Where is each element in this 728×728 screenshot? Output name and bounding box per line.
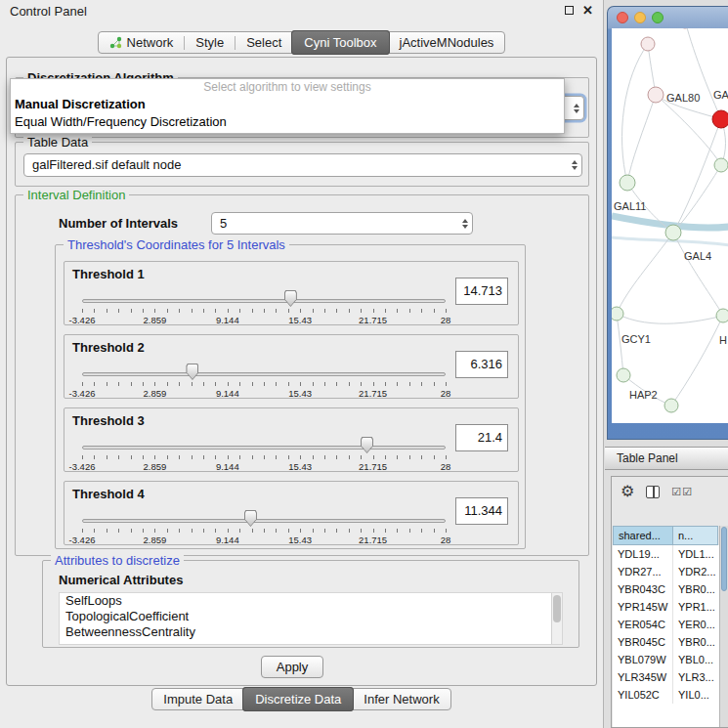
network-node[interactable]: [714, 158, 728, 172]
tab-network[interactable]: Network: [99, 31, 185, 54]
apply-button[interactable]: Apply: [261, 656, 323, 678]
tick-mark: [276, 382, 277, 386]
network-node[interactable]: [712, 110, 728, 128]
tick-mark: [288, 309, 289, 313]
tick-mark: [421, 529, 422, 533]
tick-mark: [409, 382, 410, 386]
list-scrollbar-thumb[interactable]: [553, 595, 561, 622]
scale-label: 2.859: [144, 535, 167, 545]
combo-spinner-icon: [462, 213, 468, 234]
tick-mark: [167, 455, 168, 459]
attribute-list-item[interactable]: SelfLoops: [60, 593, 562, 609]
column-header-1[interactable]: shared...: [613, 526, 673, 545]
network-node[interactable]: [641, 37, 655, 51]
attribute-list-item[interactable]: BetweennessCentrality: [60, 624, 562, 640]
tab-discretize-data[interactable]: Discretize Data: [242, 687, 354, 711]
algorithm-option[interactable]: Equal Width/Frequency Discretization: [11, 113, 564, 131]
threshold-slider[interactable]: -3.4262.8599.14415.4321.71528: [82, 285, 446, 324]
threshold-value-field[interactable]: 21.4: [455, 424, 508, 451]
tick-mark: [434, 455, 435, 459]
table-row[interactable]: YLR345WYLR3...: [613, 668, 719, 686]
table-row[interactable]: YER054CYER0...: [613, 616, 719, 633]
threshold-value-field[interactable]: 6.316: [455, 351, 508, 378]
select-checks-icon[interactable]: ☑☑: [671, 486, 693, 498]
interval-definition-group: Interval Definition Number of Intervals …: [15, 194, 589, 556]
tick-mark: [192, 529, 193, 533]
threshold-slider[interactable]: -3.4262.8599.14415.4321.71528: [82, 505, 446, 544]
zoom-traffic-icon[interactable]: [652, 12, 664, 23]
network-node[interactable]: [665, 225, 681, 240]
slider-track: [82, 372, 446, 376]
slider-thumb[interactable]: [186, 364, 198, 380]
slider-thumb[interactable]: [284, 290, 297, 307]
list-scrollbar[interactable]: [551, 593, 562, 644]
table-row[interactable]: YBL079WYBL0...: [613, 651, 719, 668]
scale-label: 9.144: [216, 315, 239, 325]
tab-cyni-toolbox[interactable]: Cyni Toolbox: [291, 30, 389, 55]
tick-mark: [203, 455, 204, 459]
table-scrollbar[interactable]: [719, 526, 728, 727]
threshold-label: Threshold 3: [72, 413, 145, 428]
network-node[interactable]: [612, 307, 623, 321]
threshold-value-field[interactable]: 11.344: [455, 497, 508, 525]
table-toolbar: ⚙ ☑☑: [612, 477, 728, 506]
network-canvas[interactable]: GAL80GAGAL11GAL4GCY1HHAP2: [612, 28, 728, 423]
tab-impute-data[interactable]: Impute Data: [152, 688, 243, 710]
tab-infer-network[interactable]: Infer Network: [353, 688, 450, 710]
columns-icon[interactable]: [646, 486, 660, 498]
slider-ticks: [82, 529, 446, 534]
settings-gear-icon[interactable]: ⚙: [621, 484, 634, 499]
network-node[interactable]: [716, 309, 728, 322]
table-row[interactable]: YDL19...YDL1...: [613, 545, 719, 563]
table-row[interactable]: YBR045CYBR0...: [613, 633, 719, 651]
table-data-combobox[interactable]: galFiltered.sif default node: [23, 153, 582, 177]
tick-mark: [421, 382, 422, 386]
tick-mark: [82, 455, 83, 459]
minimize-traffic-icon[interactable]: [634, 12, 646, 23]
tab-style[interactable]: Style: [185, 31, 235, 54]
network-node[interactable]: [617, 368, 630, 382]
tick-mark: [203, 309, 204, 313]
scale-label: 28: [441, 461, 451, 472]
table-row[interactable]: YDR27...YDR2...: [613, 563, 719, 580]
control-panel-titlebar[interactable]: Control Panel ✕: [0, 0, 603, 21]
tick-mark: [252, 309, 253, 313]
slider-thumb[interactable]: [361, 437, 373, 453]
scale-label: 28: [441, 535, 451, 545]
tab-select[interactable]: Select: [236, 31, 292, 54]
algorithm-option[interactable]: Manual Discretization: [11, 96, 564, 113]
threshold-slider[interactable]: -3.4262.8599.14415.4321.71528: [82, 432, 446, 471]
tick-mark: [215, 309, 216, 313]
threshold-value-field[interactable]: 14.713: [455, 278, 508, 305]
scale-label: 9.144: [216, 535, 239, 545]
network-view-window[interactable]: GAL80GAGAL11GAL4GCY1HHAP2: [607, 6, 728, 440]
tick-mark: [94, 529, 95, 533]
threshold-slider[interactable]: -3.4262.8599.14415.4321.71528: [82, 359, 446, 398]
close-traffic-icon[interactable]: [617, 12, 628, 23]
number-of-intervals-combobox[interactable]: 5: [211, 212, 473, 235]
attribute-list-item[interactable]: TopologicalCoefficient: [60, 609, 562, 624]
tick-mark: [385, 529, 386, 533]
network-node[interactable]: [648, 87, 664, 103]
network-node[interactable]: [620, 175, 635, 191]
tick-mark: [313, 529, 314, 533]
control-panel-window: Control Panel ✕ NetworkStyleSelectCyni T…: [0, 0, 604, 728]
tick-mark: [167, 529, 168, 533]
combo-spinner-icon: [574, 97, 579, 119]
slider-thumb[interactable]: [244, 510, 257, 527]
tick-mark: [336, 529, 337, 533]
float-window-icon[interactable]: [565, 6, 574, 15]
table-row[interactable]: YPR145WYPR1...: [613, 598, 719, 616]
close-icon[interactable]: ✕: [582, 4, 593, 17]
table-scrollbar-thumb[interactable]: [721, 527, 727, 591]
table-row[interactable]: YBR043CYBR0...: [613, 580, 719, 598]
table-row[interactable]: YIL052CYIL0...: [613, 686, 719, 704]
network-node[interactable]: [664, 399, 678, 412]
column-header-2[interactable]: n...: [673, 526, 718, 545]
tab-jactivemnodules[interactable]: jActiveMNodules: [389, 31, 505, 54]
numerical-attributes-list[interactable]: SelfLoopsTopologicalCoefficientBetweenne…: [59, 592, 563, 645]
table-panel-header[interactable]: Table Panel: [605, 447, 728, 470]
tab-label: Impute Data: [163, 689, 233, 710]
threshold-panel: Threshold 2-3.4262.8599.14415.4321.71528…: [64, 334, 519, 399]
dropdown-placeholder: Select algorithm to view settings: [11, 79, 564, 96]
